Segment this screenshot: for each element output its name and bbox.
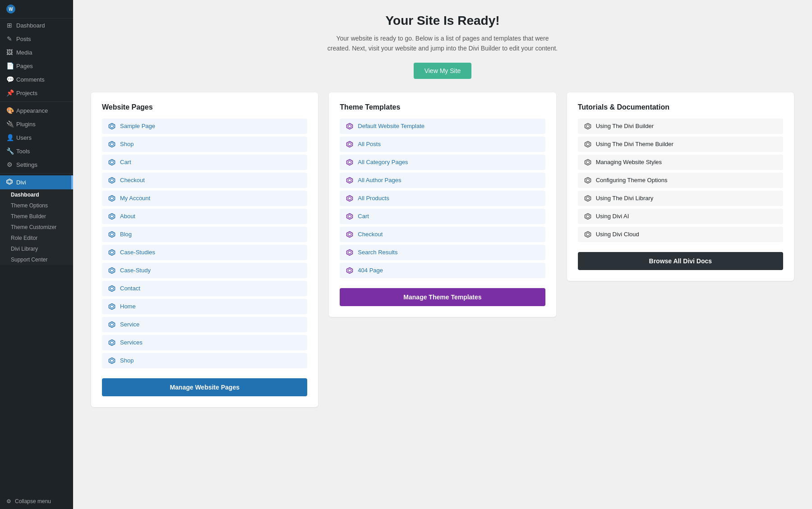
website-pages-card: Website Pages Sample Page Shop Cart Chec…: [91, 92, 318, 407]
website-page-item[interactable]: Sample Page: [102, 119, 307, 134]
theme-template-item[interactable]: All Author Pages: [340, 173, 545, 188]
tutorials-list: Using The Divi Builder Using The Divi Th…: [578, 119, 783, 242]
svg-marker-34: [347, 159, 353, 165]
sidebar: W ⊞ Dashboard ✎ Posts 🖼 Media 📄 Pages 💬 …: [0, 0, 73, 509]
svg-marker-45: [348, 251, 351, 254]
sidebar-sub-item-divi-library[interactable]: Divi Library: [0, 243, 73, 254]
sidebar-sub-item-dashboard[interactable]: Dashboard: [0, 189, 73, 200]
manage-theme-templates-button[interactable]: Manage Theme Templates: [340, 288, 545, 306]
website-page-item[interactable]: Contact: [102, 281, 307, 296]
website-page-item[interactable]: Case-Studies: [102, 245, 307, 260]
plugins-icon: 🔌: [6, 120, 13, 128]
website-pages-title: Website Pages: [102, 103, 307, 111]
sidebar-item-dashboard[interactable]: ⊞ Dashboard: [0, 18, 73, 32]
website-page-item[interactable]: Home: [102, 299, 307, 314]
website-page-item[interactable]: Blog: [102, 227, 307, 242]
svg-marker-35: [348, 160, 351, 164]
theme-templates-title: Theme Templates: [340, 103, 545, 111]
svg-marker-18: [109, 267, 115, 273]
svg-marker-20: [109, 285, 115, 291]
svg-marker-58: [585, 213, 591, 219]
svg-marker-2: [109, 123, 115, 129]
svg-marker-16: [109, 249, 115, 255]
sidebar-sub-item-support-center[interactable]: Support Center: [0, 254, 73, 265]
svg-marker-37: [348, 179, 351, 182]
website-page-item[interactable]: Services: [102, 335, 307, 350]
svg-marker-61: [586, 233, 589, 236]
view-site-button[interactable]: View My Site: [414, 63, 472, 79]
sidebar-item-plugins[interactable]: 🔌 Plugins: [0, 117, 73, 131]
theme-template-item[interactable]: Search Results: [340, 245, 545, 260]
theme-template-item[interactable]: Default Website Template: [340, 119, 545, 134]
svg-marker-57: [586, 197, 589, 200]
cards-row: Website Pages Sample Page Shop Cart Chec…: [91, 92, 794, 407]
svg-marker-8: [109, 177, 115, 183]
svg-marker-27: [111, 341, 114, 344]
svg-marker-51: [586, 142, 589, 146]
sidebar-item-media[interactable]: 🖼 Media: [0, 46, 73, 59]
svg-marker-31: [348, 124, 351, 128]
sidebar-item-comments[interactable]: 💬 Comments: [0, 73, 73, 86]
tools-icon: 🔧: [6, 147, 13, 155]
sidebar-item-divi[interactable]: Divi: [0, 175, 73, 189]
theme-template-item[interactable]: All Products: [340, 191, 545, 206]
svg-marker-41: [348, 215, 351, 218]
svg-marker-49: [586, 124, 589, 128]
pages-icon: 📄: [6, 62, 13, 69]
sidebar-sub-item-theme-options[interactable]: Theme Options: [0, 200, 73, 211]
svg-marker-5: [111, 142, 114, 146]
manage-website-pages-button[interactable]: Manage Website Pages: [102, 378, 307, 396]
settings-icon: ⚙: [6, 161, 13, 168]
browse-docs-button[interactable]: Browse All Divi Docs: [578, 252, 783, 270]
website-page-item[interactable]: Checkout: [102, 173, 307, 188]
svg-marker-17: [111, 251, 114, 254]
theme-template-item[interactable]: Cart: [340, 209, 545, 224]
sidebar-logo: W: [0, 0, 73, 18]
svg-marker-47: [348, 269, 351, 272]
sidebar-item-posts[interactable]: ✎ Posts: [0, 32, 73, 46]
page-subtitle: Your website is ready to go. Below is a …: [325, 33, 560, 54]
tutorials-card: Tutorials & Documentation Using The Divi…: [567, 92, 794, 281]
theme-template-item[interactable]: Checkout: [340, 227, 545, 242]
sidebar-sub-item-role-editor[interactable]: Role Editor: [0, 233, 73, 243]
sidebar-item-users[interactable]: 👤 Users: [0, 131, 73, 144]
svg-marker-53: [586, 160, 589, 164]
website-page-item[interactable]: My Account: [102, 191, 307, 206]
tutorial-item[interactable]: Configuring Theme Options: [578, 173, 783, 188]
tutorial-item[interactable]: Managing Website Styles: [578, 155, 783, 170]
collapse-menu-button[interactable]: ⚙ Collapse menu: [0, 494, 73, 509]
svg-marker-36: [347, 177, 353, 183]
svg-marker-60: [585, 231, 591, 237]
tutorial-item[interactable]: Using The Divi Builder: [578, 119, 783, 134]
tutorial-item[interactable]: Using Divi AI: [578, 209, 783, 224]
sidebar-sub-item-theme-builder[interactable]: Theme Builder: [0, 211, 73, 222]
website-page-item[interactable]: About: [102, 209, 307, 224]
svg-marker-24: [109, 321, 115, 327]
svg-marker-26: [109, 339, 115, 345]
divi-submenu: Dashboard Theme Options Theme Builder Th…: [0, 189, 73, 265]
website-page-item[interactable]: Service: [102, 317, 307, 332]
website-page-item[interactable]: Shop: [102, 137, 307, 152]
sidebar-item-pages[interactable]: 📄 Pages: [0, 59, 73, 73]
media-icon: 🖼: [6, 49, 13, 56]
sidebar-item-settings[interactable]: ⚙ Settings: [0, 158, 73, 171]
theme-template-item[interactable]: All Posts: [340, 137, 545, 152]
tutorial-item[interactable]: Using The Divi Theme Builder: [578, 137, 783, 152]
sidebar-item-appearance[interactable]: 🎨 Appearance: [0, 104, 73, 117]
tutorial-item[interactable]: Using The Divi Library: [578, 191, 783, 206]
tutorial-item[interactable]: Using Divi Cloud: [578, 227, 783, 242]
projects-icon: 📌: [6, 89, 13, 96]
website-page-item[interactable]: Case-Study: [102, 263, 307, 278]
svg-marker-42: [347, 231, 353, 237]
svg-marker-29: [111, 359, 114, 362]
theme-template-item[interactable]: All Category Pages: [340, 155, 545, 170]
svg-marker-10: [109, 195, 115, 201]
sidebar-item-projects[interactable]: 📌 Projects: [0, 86, 73, 100]
website-page-item[interactable]: Shop: [102, 353, 307, 368]
theme-template-item[interactable]: 404 Page: [340, 263, 545, 278]
svg-marker-54: [585, 177, 591, 183]
svg-marker-12: [109, 213, 115, 219]
sidebar-item-tools[interactable]: 🔧 Tools: [0, 144, 73, 158]
website-page-item[interactable]: Cart: [102, 155, 307, 170]
sidebar-sub-item-theme-customizer[interactable]: Theme Customizer: [0, 222, 73, 233]
